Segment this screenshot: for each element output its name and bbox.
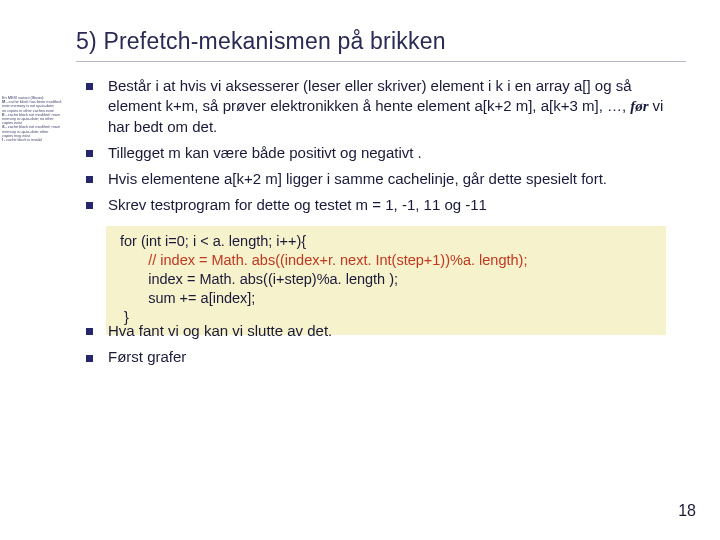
slide: 5) Prefetch-mekanismen på brikken En MES…	[0, 0, 720, 540]
slide-title: 5) Prefetch-mekanismen på brikken	[76, 28, 686, 55]
bullet-text: Tillegget m kan være både positivt og ne…	[108, 144, 422, 161]
code-line: sum += a[index];	[120, 289, 656, 308]
list-item: Består i at hvis vi aksesserer (leser el…	[82, 76, 680, 137]
list-item: Hva fant vi og kan vi slutte av det.	[82, 321, 680, 341]
side-annotation: En MESI variant (Illinois):M - cache blo…	[2, 96, 66, 142]
list-item: Skrev testprogram for dette og testet m …	[82, 195, 680, 215]
code-line: for (int i=0; i < a. length; i++){	[120, 232, 656, 251]
page-number: 18	[678, 502, 696, 520]
code-block: for (int i=0; i < a. length; i++){ // in…	[106, 226, 666, 336]
code-line: index = Math. abs((i+step)%a. length );	[120, 270, 656, 289]
bullet-text: Skrev testprogram for dette og testet m …	[108, 196, 487, 213]
bullet-list-top: Består i at hvis vi aksesserer (leser el…	[76, 76, 686, 216]
bullet-text: Består i at hvis vi aksesserer (leser el…	[108, 77, 632, 114]
list-item: Hvis elementene a[k+2 m] ligger i samme …	[82, 169, 680, 189]
title-rule	[76, 61, 686, 62]
list-item: Først grafer	[82, 347, 680, 367]
bullet-text: Hvis elementene a[k+2 m] ligger i samme …	[108, 170, 607, 187]
bullet-text: Hva fant vi og kan vi slutte av det.	[108, 322, 332, 339]
bullet-list-bottom: Hva fant vi og kan vi slutte av det. Før…	[76, 321, 686, 368]
bullet-em: før	[630, 98, 652, 114]
list-item: Tillegget m kan være både positivt og ne…	[82, 143, 680, 163]
code-line-comment: // index = Math. abs((index+r. next. Int…	[120, 251, 656, 270]
bullet-text: Først grafer	[108, 348, 186, 365]
